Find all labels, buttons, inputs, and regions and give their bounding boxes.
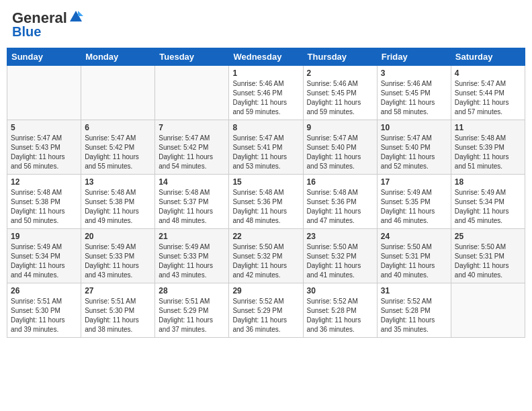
calendar-cell: 20Sunrise: 5:49 AMSunset: 5:33 PMDayligh…	[81, 229, 155, 283]
calendar-cell: 31Sunrise: 5:52 AMSunset: 5:28 PMDayligh…	[377, 283, 451, 338]
col-wednesday: Wednesday	[229, 48, 303, 66]
calendar-table: Sunday Monday Tuesday Wednesday Thursday…	[7, 48, 525, 338]
day-number: 21	[159, 232, 225, 241]
calendar-cell: 8Sunrise: 5:47 AMSunset: 5:41 PMDaylight…	[229, 120, 303, 175]
day-number: 17	[381, 177, 447, 187]
day-info: Sunrise: 5:48 AMSunset: 5:38 PMDaylight:…	[85, 189, 139, 224]
calendar-cell: 5Sunrise: 5:47 AMSunset: 5:43 PMDaylight…	[7, 120, 81, 175]
day-info: Sunrise: 5:49 AMSunset: 5:33 PMDaylight:…	[159, 243, 213, 279]
calendar-cell: 12Sunrise: 5:48 AMSunset: 5:38 PMDayligh…	[7, 175, 81, 229]
day-info: Sunrise: 5:48 AMSunset: 5:36 PMDaylight:…	[232, 189, 287, 224]
calendar-cell: 27Sunrise: 5:51 AMSunset: 5:30 PMDayligh…	[81, 283, 155, 338]
day-info: Sunrise: 5:50 AMSunset: 5:32 PMDaylight:…	[232, 243, 287, 279]
calendar-cell: 2Sunrise: 5:46 AMSunset: 5:45 PMDaylight…	[303, 66, 377, 120]
day-number: 12	[11, 177, 77, 187]
logo: General Blue	[12, 9, 83, 40]
day-number: 10	[381, 123, 447, 132]
day-info: Sunrise: 5:46 AMSunset: 5:45 PMDaylight:…	[381, 80, 435, 116]
day-number: 26	[11, 286, 77, 295]
calendar-cell: 6Sunrise: 5:47 AMSunset: 5:42 PMDaylight…	[81, 120, 155, 175]
day-number: 6	[85, 123, 151, 132]
day-number: 5	[11, 123, 77, 132]
day-info: Sunrise: 5:48 AMSunset: 5:38 PMDaylight:…	[11, 189, 65, 224]
day-info: Sunrise: 5:51 AMSunset: 5:30 PMDaylight:…	[85, 298, 139, 333]
calendar-cell: 10Sunrise: 5:47 AMSunset: 5:40 PMDayligh…	[377, 120, 451, 175]
day-info: Sunrise: 5:50 AMSunset: 5:32 PMDaylight:…	[307, 243, 361, 279]
col-thursday: Thursday	[303, 48, 377, 66]
day-number: 24	[381, 232, 447, 241]
col-friday: Friday	[377, 48, 451, 66]
day-info: Sunrise: 5:50 AMSunset: 5:31 PMDaylight:…	[455, 243, 509, 279]
day-number: 1	[232, 68, 299, 78]
day-number: 11	[455, 123, 521, 132]
day-number: 14	[159, 177, 225, 187]
calendar-cell: 4Sunrise: 5:47 AMSunset: 5:44 PMDaylight…	[451, 66, 525, 120]
day-number: 13	[85, 177, 151, 187]
svg-marker-1	[78, 11, 83, 16]
day-info: Sunrise: 5:47 AMSunset: 5:44 PMDaylight:…	[455, 80, 509, 116]
calendar-week-1: 1Sunrise: 5:46 AMSunset: 5:46 PMDaylight…	[7, 66, 525, 120]
day-info: Sunrise: 5:49 AMSunset: 5:33 PMDaylight:…	[85, 243, 139, 279]
day-number: 4	[455, 68, 521, 78]
calendar-cell: 28Sunrise: 5:51 AMSunset: 5:29 PMDayligh…	[155, 283, 229, 338]
day-number: 8	[232, 123, 299, 132]
day-info: Sunrise: 5:47 AMSunset: 5:40 PMDaylight:…	[381, 134, 435, 170]
calendar-cell: 21Sunrise: 5:49 AMSunset: 5:33 PMDayligh…	[155, 229, 229, 283]
calendar-cell: 14Sunrise: 5:48 AMSunset: 5:37 PMDayligh…	[155, 175, 229, 229]
col-sunday: Sunday	[7, 48, 81, 66]
day-info: Sunrise: 5:52 AMSunset: 5:29 PMDaylight:…	[232, 298, 287, 333]
calendar-body: 1Sunrise: 5:46 AMSunset: 5:46 PMDaylight…	[7, 66, 525, 338]
calendar-cell: 16Sunrise: 5:48 AMSunset: 5:36 PMDayligh…	[303, 175, 377, 229]
calendar-cell: 25Sunrise: 5:50 AMSunset: 5:31 PMDayligh…	[451, 229, 525, 283]
day-number: 30	[307, 286, 373, 295]
day-info: Sunrise: 5:49 AMSunset: 5:35 PMDaylight:…	[381, 189, 435, 224]
day-number: 22	[232, 232, 299, 241]
day-info: Sunrise: 5:47 AMSunset: 5:41 PMDaylight:…	[232, 134, 287, 170]
day-number: 19	[11, 232, 77, 241]
day-number: 27	[85, 286, 151, 295]
day-info: Sunrise: 5:47 AMSunset: 5:43 PMDaylight:…	[11, 134, 65, 170]
col-saturday: Saturday	[451, 48, 525, 66]
calendar-cell: 3Sunrise: 5:46 AMSunset: 5:45 PMDaylight…	[377, 66, 451, 120]
calendar-header-row: Sunday Monday Tuesday Wednesday Thursday…	[7, 48, 525, 66]
calendar-cell: 18Sunrise: 5:49 AMSunset: 5:34 PMDayligh…	[451, 175, 525, 229]
calendar-cell: 23Sunrise: 5:50 AMSunset: 5:32 PMDayligh…	[303, 229, 377, 283]
calendar-cell: 1Sunrise: 5:46 AMSunset: 5:46 PMDaylight…	[229, 66, 303, 120]
day-info: Sunrise: 5:47 AMSunset: 5:42 PMDaylight:…	[85, 134, 139, 170]
day-info: Sunrise: 5:51 AMSunset: 5:29 PMDaylight:…	[159, 298, 213, 333]
day-info: Sunrise: 5:47 AMSunset: 5:40 PMDaylight:…	[307, 134, 361, 170]
day-info: Sunrise: 5:46 AMSunset: 5:45 PMDaylight:…	[307, 80, 361, 116]
day-number: 23	[307, 232, 373, 241]
day-number: 16	[307, 177, 373, 187]
day-number: 15	[232, 177, 299, 187]
calendar-cell	[451, 283, 525, 338]
day-number: 28	[159, 286, 225, 295]
day-number: 2	[307, 68, 373, 78]
day-info: Sunrise: 5:47 AMSunset: 5:42 PMDaylight:…	[159, 134, 213, 170]
day-info: Sunrise: 5:49 AMSunset: 5:34 PMDaylight:…	[455, 189, 509, 224]
logo-blue: Blue	[12, 24, 41, 40]
calendar-cell: 19Sunrise: 5:49 AMSunset: 5:34 PMDayligh…	[7, 229, 81, 283]
day-number: 29	[232, 286, 299, 295]
day-number: 7	[159, 123, 225, 132]
calendar-cell: 29Sunrise: 5:52 AMSunset: 5:29 PMDayligh…	[229, 283, 303, 338]
day-info: Sunrise: 5:50 AMSunset: 5:31 PMDaylight:…	[381, 243, 435, 279]
day-number: 31	[381, 286, 447, 295]
calendar-cell: 11Sunrise: 5:48 AMSunset: 5:39 PMDayligh…	[451, 120, 525, 175]
calendar-cell: 24Sunrise: 5:50 AMSunset: 5:31 PMDayligh…	[377, 229, 451, 283]
day-number: 9	[307, 123, 373, 132]
day-info: Sunrise: 5:51 AMSunset: 5:30 PMDaylight:…	[11, 298, 65, 333]
day-number: 3	[381, 68, 447, 78]
calendar-week-4: 19Sunrise: 5:49 AMSunset: 5:34 PMDayligh…	[7, 229, 525, 283]
day-info: Sunrise: 5:48 AMSunset: 5:36 PMDaylight:…	[307, 189, 361, 224]
page-header: General Blue	[7, 7, 525, 42]
calendar-cell: 15Sunrise: 5:48 AMSunset: 5:36 PMDayligh…	[229, 175, 303, 229]
calendar-week-2: 5Sunrise: 5:47 AMSunset: 5:43 PMDaylight…	[7, 120, 525, 175]
day-info: Sunrise: 5:49 AMSunset: 5:34 PMDaylight:…	[11, 243, 65, 279]
calendar-week-3: 12Sunrise: 5:48 AMSunset: 5:38 PMDayligh…	[7, 175, 525, 229]
day-info: Sunrise: 5:48 AMSunset: 5:37 PMDaylight:…	[159, 189, 213, 224]
day-number: 25	[455, 232, 521, 241]
calendar-cell	[7, 66, 81, 120]
calendar-cell: 17Sunrise: 5:49 AMSunset: 5:35 PMDayligh…	[377, 175, 451, 229]
calendar-cell	[81, 66, 155, 120]
